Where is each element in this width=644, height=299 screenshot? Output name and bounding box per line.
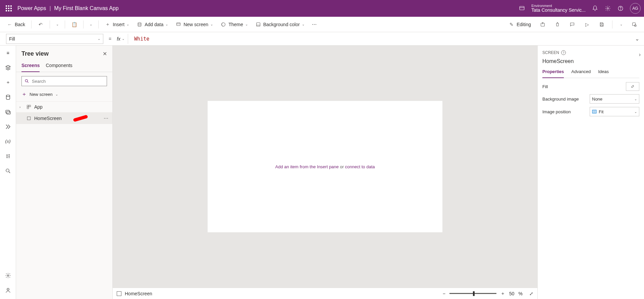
- preview-button[interactable]: ▷: [581, 20, 593, 29]
- editing-mode-button[interactable]: ✎ Editing: [506, 20, 534, 29]
- formula-expand-button[interactable]: ⌄: [635, 36, 639, 42]
- svg-rect-9: [633, 22, 636, 25]
- formula-bar: Fill ⌄ = fx⌄ ⌄: [0, 32, 644, 46]
- app-launcher-icon[interactable]: [3, 5, 14, 11]
- new-screen-button[interactable]: New screen ⌄: [173, 20, 216, 29]
- svg-rect-5: [177, 22, 180, 25]
- environment-name: Tata Consultancy Servic...: [531, 8, 586, 13]
- back-button[interactable]: ← Back: [4, 20, 28, 29]
- title-separator: |: [49, 5, 51, 11]
- top-header: Power Apps | My First Blank Canvas App E…: [0, 0, 644, 17]
- theme-button[interactable]: Theme ⌄: [218, 20, 251, 29]
- app-title: Power Apps | My First Blank Canvas App: [17, 5, 119, 11]
- share-button[interactable]: [537, 20, 548, 29]
- command-bar: ← Back ↶ ⌄ 📋 ⌄ ＋ Insert ⌄ Add data ⌄ New…: [0, 17, 644, 32]
- comments-button[interactable]: [567, 20, 578, 29]
- paste-options-button[interactable]: ⌄: [87, 21, 95, 27]
- insert-button[interactable]: ＋ Insert ⌄: [102, 20, 132, 29]
- environment-label: Environment: [531, 4, 586, 8]
- background-color-button[interactable]: Background color ⌄: [253, 20, 307, 29]
- equals-label: =: [107, 36, 113, 42]
- undo-button[interactable]: ↶: [35, 20, 46, 29]
- publish-button[interactable]: [629, 20, 640, 29]
- add-data-button[interactable]: Add data ⌄: [134, 20, 171, 29]
- undo-history-button[interactable]: ⌄: [53, 21, 61, 27]
- formula-input[interactable]: [131, 34, 632, 44]
- property-selector[interactable]: Fill ⌄: [6, 34, 103, 44]
- environment-icon[interactable]: [519, 5, 525, 12]
- overflow-button[interactable]: ⋯: [309, 20, 319, 28]
- user-avatar[interactable]: AG: [630, 3, 641, 14]
- paste-button[interactable]: 📋: [68, 20, 80, 29]
- notifications-icon[interactable]: [592, 5, 598, 12]
- save-options-button[interactable]: ⌄: [617, 21, 625, 27]
- svg-point-3: [621, 9, 621, 10]
- svg-rect-7: [256, 22, 260, 26]
- svg-point-4: [138, 22, 141, 24]
- product-name: Power Apps: [17, 5, 46, 11]
- app-name: My First Blank Canvas App: [54, 5, 119, 11]
- save-button[interactable]: [596, 20, 607, 29]
- settings-icon[interactable]: [604, 5, 611, 12]
- svg-point-1: [607, 8, 609, 9]
- environment-picker[interactable]: Environment Tata Consultancy Servic...: [531, 4, 586, 13]
- checker-button[interactable]: [552, 20, 563, 29]
- svg-rect-0: [520, 6, 524, 10]
- fx-icon[interactable]: fx⌄: [117, 34, 128, 44]
- help-icon[interactable]: [617, 5, 624, 12]
